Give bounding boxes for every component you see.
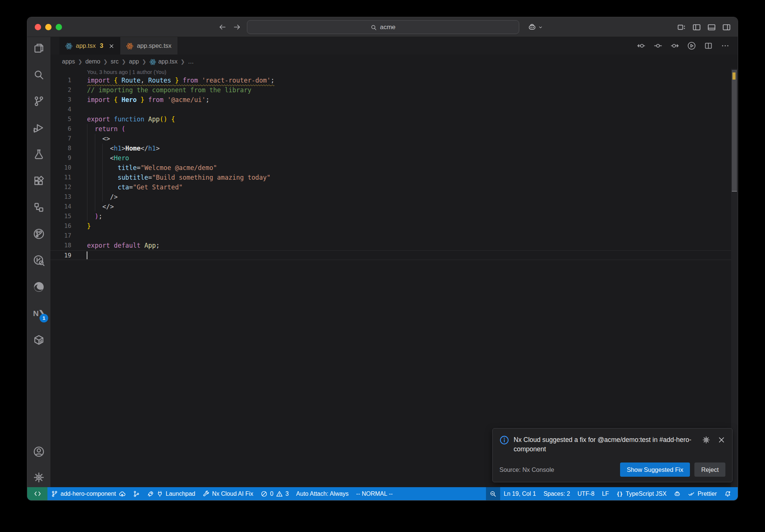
command-center[interactable]: acme [247,20,519,34]
status-vim-mode[interactable]: -- NORMAL -- [352,487,396,500]
code-line-18[interactable]: 18export default App; [50,241,738,250]
reject-button[interactable]: Reject [694,463,725,477]
activity-hierarchy-icon[interactable] [33,201,45,213]
toggle-panel-icon[interactable] [707,23,716,32]
code-line-15[interactable]: 15 ); [50,211,738,221]
braces-icon: {} [616,490,623,497]
activity-nx-console-icon[interactable]: N❯1 [33,307,45,319]
breadcrumb-item[interactable]: src [111,58,118,65]
line-number: 19 [50,251,71,260]
tab-app.spec.tsx[interactable]: app.spec.tsx [120,37,177,55]
info-icon [499,435,509,454]
code-line-4[interactable]: 4 [50,105,738,114]
breadcrumb-item[interactable]: demo [85,58,100,65]
notification-source: Source: Nx Console [499,466,554,473]
code-line-5[interactable]: 5export function App() { [50,114,738,124]
git-branch-icon [51,490,58,497]
breadcrumb-item[interactable]: app.tsx [149,58,178,65]
code-line-14[interactable]: 14 </> [50,202,738,211]
line-number: 4 [50,105,71,114]
activity-edge-browser-icon[interactable] [33,281,45,293]
copilot-menu[interactable] [528,17,543,37]
activity-search-icon[interactable] [33,69,45,81]
status-indentation[interactable]: Spaces: 2 [540,487,574,500]
zoom-window-button[interactable] [56,24,62,30]
status-git-graph[interactable] [129,487,143,500]
code-line-13[interactable]: 13 /> [50,192,738,202]
code-line-10[interactable]: 10 title="Welcmoe @acme/demo" [50,163,738,173]
status-launchpad[interactable]: Launchpad [143,487,199,500]
code-line-11[interactable]: 11 subtitle="Build something amazing tod… [50,173,738,182]
back-button[interactable] [219,23,226,31]
code-line-2[interactable]: 2// importing the component from the lib… [50,85,738,95]
code-line-6[interactable]: 6 return ( [50,124,738,134]
line-number: 12 [50,182,71,192]
tab-close-icon[interactable] [109,43,114,49]
run-file-icon[interactable] [687,41,696,50]
activity-gitlens-icon[interactable] [33,228,45,240]
activity-accounts-icon[interactable] [33,446,45,458]
code-line-12[interactable]: 12 cta="Get Started" [50,182,738,192]
code-line-19[interactable]: 19 [50,250,738,260]
status-problems[interactable]: 03 [257,487,292,500]
activity-containers-icon[interactable] [33,334,45,346]
line-number: 2 [50,85,71,95]
status-encoding[interactable]: UTF-8 [574,487,598,500]
code-line-8[interactable]: 8 <h1>Home</h1> [50,143,738,153]
more-actions-icon[interactable] [721,41,730,50]
editor-scrollbar[interactable] [731,69,738,487]
line-number: 8 [50,143,71,153]
chevron-right-icon: ❯ [142,59,146,65]
wrench-icon [203,490,210,497]
tab-app.tsx[interactable]: app.tsx3 [59,37,120,55]
show-suggested-fix-button[interactable]: Show Suggested Fix [620,463,690,477]
chevron-right-icon: ❯ [78,59,83,65]
remote-indicator[interactable] [27,487,47,500]
status-notifications[interactable] [721,487,735,500]
line-number: 7 [50,134,71,143]
code-line-17[interactable]: 17 [50,231,738,241]
code-line-16[interactable]: 16} [50,221,738,231]
scm-prev-commit-icon[interactable] [637,41,645,50]
breadcrumb-item[interactable]: … [188,58,194,65]
status-branch[interactable]: add-hero-component [47,487,129,500]
activity-settings-icon[interactable] [33,471,45,483]
activity-explorer-icon[interactable] [33,42,45,54]
code-line-3[interactable]: 3import { Hero } from '@acme/ui'; [50,95,738,105]
minimize-window-button[interactable] [45,24,52,30]
status-auto-attach[interactable]: Auto Attach: Always [292,487,353,500]
status-language-mode[interactable]: {}TypeScript JSX [613,487,670,500]
code-line-7[interactable]: 7 <> [50,134,738,143]
forward-button[interactable] [233,23,241,31]
traffic-lights [35,17,62,37]
code-line-9[interactable]: 9 <Hero [50,153,738,163]
activity-run-and-debug-icon[interactable] [33,122,45,134]
toggle-secondary-sidebar-icon[interactable] [722,23,731,32]
activity-gitlens-inspect-icon[interactable] [33,254,45,266]
bell-dot-icon [724,490,731,497]
status-prettier[interactable]: Prettier [684,487,721,500]
customize-layout-icon[interactable] [677,23,686,32]
tab-problems-badge: 3 [100,42,103,49]
code-editor[interactable]: You, 3 hours ago | 1 author (You) 1impor… [50,69,738,487]
breadcrumb-item[interactable]: apps [62,58,75,65]
status-eol[interactable]: LF [598,487,613,500]
toggle-primary-sidebar-icon[interactable] [692,23,701,32]
breadcrumb-item[interactable]: app [129,58,139,65]
line-number: 18 [50,241,71,250]
split-editor-icon[interactable] [704,41,713,50]
activity-source-control-icon[interactable] [33,95,45,107]
status-zoom[interactable] [486,487,500,500]
activity-testing-icon[interactable] [33,148,45,160]
notification-close-icon[interactable] [718,436,725,444]
code-line-1[interactable]: 1import { Route, Routes } from 'react-ro… [50,75,738,85]
status-copilot[interactable] [670,487,684,500]
status-cursor-position[interactable]: Ln 19, Col 1 [500,487,540,500]
scm-next-commit-icon[interactable] [670,41,679,50]
activity-extensions-icon[interactable] [33,175,45,187]
git-commit-icon[interactable] [654,41,662,50]
scrollbar-thumb[interactable] [732,70,737,192]
close-window-button[interactable] [35,24,41,30]
status-nx-cloud-ai-fix[interactable]: Nx Cloud AI Fix [199,487,257,500]
notification-settings-gear-icon[interactable] [702,436,710,444]
